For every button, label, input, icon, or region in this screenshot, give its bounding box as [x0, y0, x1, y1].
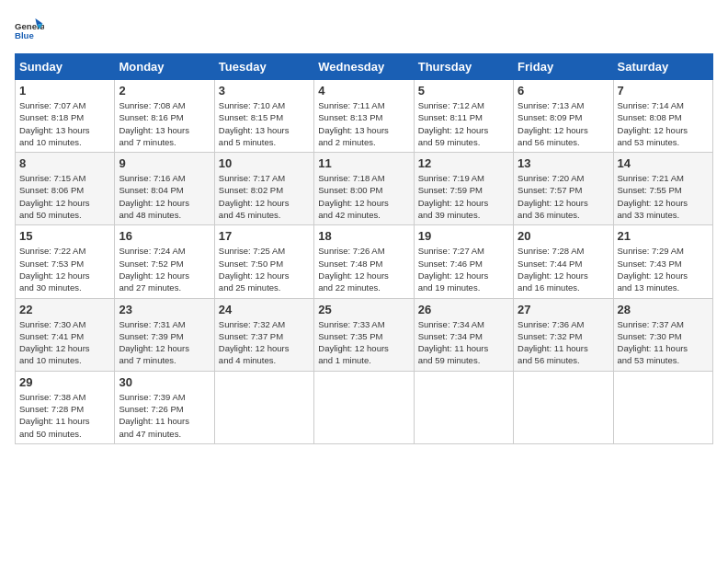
day-number: 25	[318, 303, 409, 316]
calendar-cell: 12Sunrise: 7:19 AM Sunset: 7:59 PM Dayli…	[414, 153, 513, 225]
calendar-cell: 28Sunrise: 7:37 AM Sunset: 7:30 PM Dayli…	[613, 298, 712, 371]
calendar-cell: 30Sunrise: 7:39 AM Sunset: 7:26 PM Dayli…	[115, 371, 214, 443]
day-number: 16	[119, 229, 210, 243]
day-info: Sunrise: 7:33 AM Sunset: 7:35 PM Dayligh…	[318, 318, 409, 367]
weekday-header-tuesday: Tuesday	[214, 54, 313, 80]
calendar-cell: 21Sunrise: 7:29 AM Sunset: 7:43 PM Dayli…	[613, 225, 712, 298]
calendar-cell: 13Sunrise: 7:20 AM Sunset: 7:57 PM Dayli…	[514, 153, 613, 225]
calendar-cell	[514, 371, 613, 443]
day-number: 18	[318, 229, 409, 243]
calendar-cell: 20Sunrise: 7:28 AM Sunset: 7:44 PM Dayli…	[514, 225, 613, 298]
weekday-header-friday: Friday	[514, 54, 613, 80]
day-number: 23	[119, 303, 210, 316]
day-number: 8	[19, 156, 110, 170]
day-info: Sunrise: 7:26 AM Sunset: 7:48 PM Dayligh…	[318, 245, 409, 293]
day-info: Sunrise: 7:34 AM Sunset: 7:34 PM Dayligh…	[418, 318, 509, 367]
day-info: Sunrise: 7:20 AM Sunset: 7:57 PM Dayligh…	[518, 172, 609, 221]
day-info: Sunrise: 7:31 AM Sunset: 7:39 PM Dayligh…	[119, 318, 210, 367]
logo-icon: General Blue	[15, 15, 44, 44]
day-info: Sunrise: 7:17 AM Sunset: 8:02 PM Dayligh…	[219, 172, 310, 221]
calendar-cell: 8Sunrise: 7:15 AM Sunset: 8:06 PM Daylig…	[16, 153, 115, 225]
day-info: Sunrise: 7:27 AM Sunset: 7:46 PM Dayligh…	[418, 245, 509, 293]
calendar-cell: 25Sunrise: 7:33 AM Sunset: 7:35 PM Dayli…	[314, 298, 414, 371]
calendar-cell: 29Sunrise: 7:38 AM Sunset: 7:28 PM Dayli…	[16, 371, 115, 443]
calendar-cell	[613, 371, 712, 443]
calendar-cell: 11Sunrise: 7:18 AM Sunset: 8:00 PM Dayli…	[314, 153, 414, 225]
day-number: 27	[518, 303, 609, 316]
day-info: Sunrise: 7:13 AM Sunset: 8:09 PM Dayligh…	[518, 99, 609, 148]
day-info: Sunrise: 7:16 AM Sunset: 8:04 PM Dayligh…	[119, 172, 210, 221]
calendar-cell: 15Sunrise: 7:22 AM Sunset: 7:53 PM Dayli…	[16, 225, 115, 298]
calendar-cell: 16Sunrise: 7:24 AM Sunset: 7:52 PM Dayli…	[115, 225, 214, 298]
calendar-cell: 18Sunrise: 7:26 AM Sunset: 7:48 PM Dayli…	[314, 225, 414, 298]
calendar-cell: 9Sunrise: 7:16 AM Sunset: 8:04 PM Daylig…	[115, 153, 214, 225]
day-info: Sunrise: 7:38 AM Sunset: 7:28 PM Dayligh…	[19, 391, 110, 440]
day-info: Sunrise: 7:39 AM Sunset: 7:26 PM Dayligh…	[119, 391, 210, 440]
day-number: 26	[418, 303, 509, 316]
day-number: 10	[219, 156, 310, 170]
day-info: Sunrise: 7:10 AM Sunset: 8:15 PM Dayligh…	[219, 99, 310, 148]
calendar-cell: 2Sunrise: 7:08 AM Sunset: 8:16 PM Daylig…	[115, 80, 214, 153]
day-info: Sunrise: 7:07 AM Sunset: 8:18 PM Dayligh…	[19, 99, 110, 148]
day-number: 14	[618, 156, 709, 170]
day-number: 19	[418, 229, 509, 243]
day-number: 6	[518, 84, 609, 98]
day-number: 9	[119, 156, 210, 170]
weekday-header-wednesday: Wednesday	[314, 54, 414, 80]
day-info: Sunrise: 7:37 AM Sunset: 7:30 PM Dayligh…	[618, 318, 709, 367]
calendar-cell	[414, 371, 513, 443]
day-info: Sunrise: 7:24 AM Sunset: 7:52 PM Dayligh…	[119, 245, 210, 293]
day-info: Sunrise: 7:19 AM Sunset: 7:59 PM Dayligh…	[418, 172, 509, 221]
day-number: 17	[219, 229, 310, 243]
day-number: 1	[19, 84, 110, 98]
day-number: 22	[19, 303, 110, 316]
calendar-cell: 22Sunrise: 7:30 AM Sunset: 7:41 PM Dayli…	[16, 298, 115, 371]
calendar-cell	[214, 371, 313, 443]
calendar-cell: 4Sunrise: 7:11 AM Sunset: 8:13 PM Daylig…	[314, 80, 414, 153]
day-number: 20	[518, 229, 609, 243]
day-info: Sunrise: 7:22 AM Sunset: 7:53 PM Dayligh…	[19, 245, 110, 293]
day-number: 7	[618, 84, 709, 98]
day-number: 29	[19, 375, 110, 389]
calendar-cell: 19Sunrise: 7:27 AM Sunset: 7:46 PM Dayli…	[414, 225, 513, 298]
calendar-cell: 1Sunrise: 7:07 AM Sunset: 8:18 PM Daylig…	[16, 80, 115, 153]
calendar-cell: 24Sunrise: 7:32 AM Sunset: 7:37 PM Dayli…	[214, 298, 313, 371]
day-number: 21	[618, 229, 709, 243]
calendar-cell: 17Sunrise: 7:25 AM Sunset: 7:50 PM Dayli…	[214, 225, 313, 298]
day-info: Sunrise: 7:30 AM Sunset: 7:41 PM Dayligh…	[19, 318, 110, 367]
calendar-cell: 10Sunrise: 7:17 AM Sunset: 8:02 PM Dayli…	[214, 153, 313, 225]
calendar-week-1: 1Sunrise: 7:07 AM Sunset: 8:18 PM Daylig…	[16, 80, 713, 153]
day-number: 5	[418, 84, 509, 98]
calendar-cell	[314, 371, 414, 443]
weekday-header-thursday: Thursday	[414, 54, 513, 80]
day-number: 4	[318, 84, 409, 98]
day-info: Sunrise: 7:36 AM Sunset: 7:32 PM Dayligh…	[518, 318, 609, 367]
calendar-week-2: 8Sunrise: 7:15 AM Sunset: 8:06 PM Daylig…	[16, 153, 713, 225]
day-number: 11	[318, 156, 409, 170]
day-number: 28	[618, 303, 709, 316]
svg-text:Blue: Blue	[15, 30, 34, 40]
day-info: Sunrise: 7:11 AM Sunset: 8:13 PM Dayligh…	[318, 99, 409, 148]
calendar-body: 1Sunrise: 7:07 AM Sunset: 8:18 PM Daylig…	[16, 80, 713, 444]
calendar-week-4: 22Sunrise: 7:30 AM Sunset: 7:41 PM Dayli…	[16, 298, 713, 371]
day-info: Sunrise: 7:14 AM Sunset: 8:08 PM Dayligh…	[618, 99, 709, 148]
day-info: Sunrise: 7:28 AM Sunset: 7:44 PM Dayligh…	[518, 245, 609, 293]
day-number: 15	[19, 229, 110, 243]
calendar-cell: 5Sunrise: 7:12 AM Sunset: 8:11 PM Daylig…	[414, 80, 513, 153]
logo: General Blue	[15, 15, 48, 44]
day-number: 12	[418, 156, 509, 170]
calendar-cell: 26Sunrise: 7:34 AM Sunset: 7:34 PM Dayli…	[414, 298, 513, 371]
day-info: Sunrise: 7:21 AM Sunset: 7:55 PM Dayligh…	[618, 172, 709, 221]
calendar-cell: 23Sunrise: 7:31 AM Sunset: 7:39 PM Dayli…	[115, 298, 214, 371]
calendar-table: SundayMondayTuesdayWednesdayThursdayFrid…	[15, 53, 713, 444]
weekday-header-sunday: Sunday	[16, 54, 115, 80]
weekday-header-saturday: Saturday	[613, 54, 712, 80]
day-number: 3	[219, 84, 310, 98]
calendar-cell: 6Sunrise: 7:13 AM Sunset: 8:09 PM Daylig…	[514, 80, 613, 153]
day-info: Sunrise: 7:12 AM Sunset: 8:11 PM Dayligh…	[418, 99, 509, 148]
weekday-header-monday: Monday	[115, 54, 214, 80]
day-info: Sunrise: 7:18 AM Sunset: 8:00 PM Dayligh…	[318, 172, 409, 221]
day-info: Sunrise: 7:15 AM Sunset: 8:06 PM Dayligh…	[19, 172, 110, 221]
calendar-cell: 7Sunrise: 7:14 AM Sunset: 8:08 PM Daylig…	[613, 80, 712, 153]
calendar-cell: 27Sunrise: 7:36 AM Sunset: 7:32 PM Dayli…	[514, 298, 613, 371]
